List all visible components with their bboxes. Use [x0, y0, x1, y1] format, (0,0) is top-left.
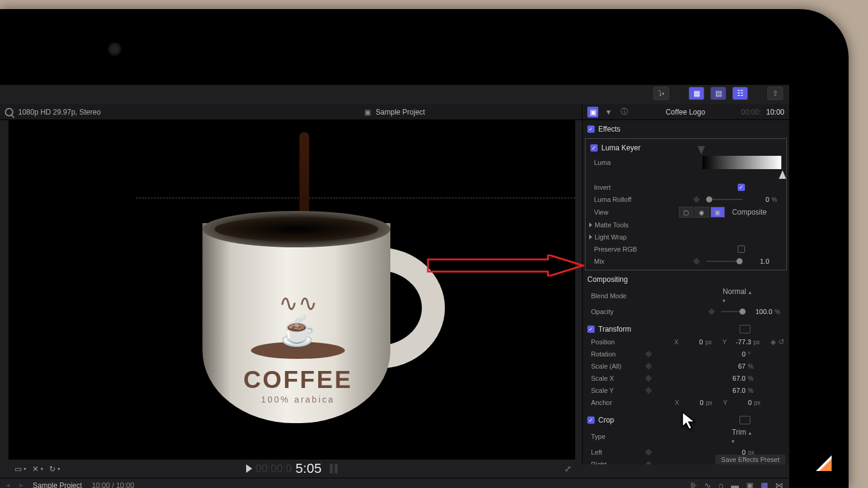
blend-mode-label: Blend Mode [587, 292, 645, 299]
disclosure-icon[interactable] [589, 235, 592, 239]
timeline-time-info: 10:00 / 10:00 [92, 481, 134, 489]
transitions-icon[interactable]: ⋈ [775, 481, 783, 488]
scale-y-label: Scale Y [587, 387, 645, 394]
view-mode-buttons[interactable]: ▢◉▣ [679, 207, 725, 218]
layout-grid-button[interactable]: ▦ [689, 87, 704, 100]
preserve-rgb-label: Preserve RGB [590, 246, 648, 253]
transform-section: ✓Transform Position X0px Y-77.3px ◈↺ Rot… [583, 320, 789, 411]
crop-right-label: Right [587, 461, 645, 464]
save-effects-preset-button[interactable]: Save Effects Preset [715, 455, 786, 464]
display-options-button[interactable]: ▭▾ [15, 464, 26, 473]
play-icon[interactable] [246, 464, 252, 473]
timeline-header: ◀ ▶ Sample Project 10:00 / 10:00 [0, 478, 576, 488]
luma-keyer-section: ✓Luma Keyer Luma Invert ✓ Luma Rolloff 0… [585, 138, 787, 270]
luma-rolloff-label: Luma Rolloff [590, 196, 648, 203]
rotation-value[interactable]: 0 [725, 350, 746, 358]
luma-rolloff-value[interactable]: 0 [749, 196, 769, 203]
clip-time-prefix: 00:00: [741, 108, 761, 116]
luma-gradient-slider[interactable] [703, 156, 781, 169]
effects-browser-icon[interactable]: ▦ [761, 481, 768, 488]
compositing-title: Compositing [587, 275, 628, 284]
effects-section: ✓Effects [583, 120, 789, 138]
scale-y-value[interactable]: 67.0 [725, 387, 746, 394]
viewer[interactable]: ∿∿ ☕ COFFEE 100% arabica [8, 120, 575, 460]
layout-list-button[interactable]: ▤ [710, 87, 726, 100]
position-y-value[interactable]: -77.3 [730, 338, 751, 346]
layout-inspector-button[interactable]: ☷ [732, 87, 748, 100]
keyframe-icon[interactable] [645, 461, 652, 464]
app-window: ⤵ ▾ ▦ ▤ ☷ ⇪ 1080p HD 29.97p, Stereo ▣ Sa… [0, 85, 789, 488]
retime-button[interactable]: ↻▾ [49, 464, 60, 473]
timecode-prefix: 00:00:0 [256, 463, 292, 475]
clip-name: Coffee Logo [635, 108, 736, 116]
crop-checkbox-icon[interactable]: ✓ [587, 416, 595, 424]
inspector-panel: ▣ ▼ ⓘ Coffee Logo 00:00:10:00 ✓Effects ✓… [582, 104, 789, 464]
keyframe-icon[interactable] [693, 258, 700, 265]
scale-x-value[interactable]: 67.0 [725, 375, 746, 382]
disclosure-icon[interactable] [589, 222, 592, 227]
luma-keyer-checkbox-icon[interactable]: ✓ [590, 144, 598, 152]
opacity-label: Opacity [587, 308, 645, 315]
position-x-value[interactable]: 0 [683, 338, 703, 346]
keyframe-icon[interactable] [645, 363, 652, 370]
top-toolbar: ⤵ ▾ ▦ ▤ ☷ ⇪ [647, 85, 789, 102]
snap-icon[interactable]: ▬ [731, 481, 739, 488]
scale-all-value[interactable]: 67 [725, 363, 746, 370]
device-frame: ⤵ ▾ ▦ ▤ ☷ ⇪ 1080p HD 29.97p, Stereo ▣ Sa… [0, 9, 849, 488]
luma-keyer-title: Luma Keyer [601, 144, 641, 152]
pause-icon[interactable] [330, 464, 338, 473]
anchor-x-value[interactable]: 0 [683, 399, 704, 406]
fullscreen-icon[interactable]: ⤢ [564, 464, 572, 473]
crop-type-dropdown[interactable]: Trim▴▾ [732, 428, 752, 445]
light-wrap-label[interactable]: Light Wrap [595, 233, 781, 241]
keyframe-icon[interactable] [693, 196, 700, 203]
crop-left-label: Left [587, 449, 645, 456]
canvas: ∿∿ ☕ COFFEE 100% arabica [8, 120, 575, 460]
apple-logo-icon [108, 42, 121, 56]
crop-reset-icon[interactable] [739, 416, 750, 424]
keyframe-icon[interactable] [645, 449, 652, 456]
audio-skim-icon[interactable]: ∿ [704, 481, 711, 488]
mix-value[interactable]: 1.0 [749, 258, 769, 265]
invert-label: Invert [590, 184, 648, 191]
preserve-rgb-checkbox[interactable] [738, 246, 745, 253]
keyframe-icon[interactable] [645, 375, 652, 382]
position-label: Position [587, 338, 645, 346]
inspector-tabs: ▣ ▼ ⓘ Coffee Logo 00:00:10:00 [583, 104, 789, 120]
skimming-icon[interactable]: ⊪ [690, 481, 697, 488]
anchor-y-value[interactable]: 0 [731, 399, 752, 406]
index-icon[interactable]: ▣ [746, 481, 753, 488]
effects-header: Effects [598, 125, 620, 133]
keyframe-icon[interactable] [645, 350, 652, 358]
reset-icon[interactable]: ↺ [778, 338, 784, 346]
view-mode-value: Composite [732, 208, 767, 216]
keyframe-icon[interactable] [708, 308, 715, 315]
blend-mode-dropdown[interactable]: Normal▴▾ [723, 287, 752, 304]
opacity-value[interactable]: 100.0 [752, 308, 772, 315]
color-tools-button[interactable]: ✕▾ [32, 464, 43, 473]
transform-reset-icon[interactable] [739, 325, 750, 333]
rotation-label: Rotation [587, 350, 645, 358]
info-tab-icon[interactable]: ⓘ [619, 107, 630, 118]
luma-label: Luma [590, 159, 648, 166]
chevron-left-icon[interactable]: ◀ [6, 483, 10, 488]
keyframe-icon[interactable] [645, 387, 652, 394]
clip-stack-icon: ▣ [364, 108, 371, 116]
filter-tab-icon[interactable]: ▼ [603, 107, 614, 118]
matte-tools-label[interactable]: Matte Tools [595, 221, 781, 229]
effects-checkbox-icon[interactable]: ✓ [587, 125, 595, 133]
crop-title: Crop [598, 416, 614, 424]
transform-checkbox-icon[interactable]: ✓ [587, 326, 595, 333]
search-icon[interactable] [5, 108, 13, 116]
video-tab-icon[interactable]: ▣ [587, 107, 598, 118]
invert-checkbox[interactable]: ✓ [738, 184, 745, 191]
mix-label: Mix [590, 258, 648, 265]
play-bar: ▭▾ ✕▾ ↻▾ 00:00:05:05 ⤢ [8, 460, 575, 478]
solo-icon[interactable]: ∩ [718, 481, 724, 488]
import-button[interactable]: ⤵ ▾ [653, 87, 669, 100]
add-keyframe-icon[interactable]: ◈ [770, 338, 776, 346]
view-label: View [590, 209, 648, 216]
corner-badge-icon [816, 455, 832, 471]
share-button[interactable]: ⇪ [767, 87, 783, 100]
chevron-right-icon[interactable]: ▶ [19, 483, 23, 488]
